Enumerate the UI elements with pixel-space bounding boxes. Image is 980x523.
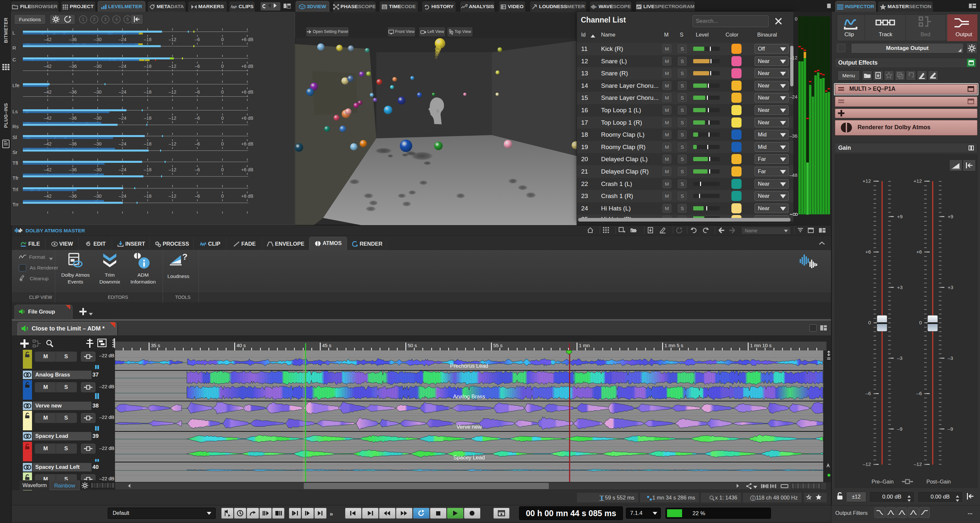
svg-text:Analog Brass: Analog Brass: [453, 393, 485, 399]
svg-text:–6: –6: [195, 116, 200, 121]
svg-text:1 mn 5 s: 1 mn 5 s: [665, 342, 683, 348]
svg-text:1 mn: 1 mn: [579, 342, 590, 348]
svg-text:C: C: [13, 57, 16, 62]
svg-text:0: 0: [868, 320, 871, 325]
svg-text:–12: –12: [914, 461, 922, 467]
svg-text:+9: +9: [948, 214, 953, 219]
svg-text:–24: –24: [119, 116, 126, 121]
svg-text:1 mn 10 s: 1 mn 10 s: [750, 342, 772, 348]
svg-text:+6 dB: +6 dB: [242, 89, 253, 95]
svg-text:–36: –36: [69, 63, 77, 69]
svg-text:–6: –6: [195, 193, 200, 199]
svg-text:+3: +3: [897, 285, 902, 290]
svg-text:–36: –36: [69, 167, 77, 172]
svg-text:–30: –30: [94, 141, 102, 146]
svg-text:Sl: Sl: [13, 135, 17, 140]
svg-text:Trl: Trl: [13, 187, 18, 192]
svg-text:Sr: Sr: [13, 149, 18, 155]
svg-text:0: 0: [919, 320, 922, 325]
svg-text:–6: –6: [195, 89, 200, 95]
svg-text:+6: +6: [916, 249, 922, 255]
svg-text:–6: –6: [195, 141, 200, 146]
svg-text:–18: –18: [144, 116, 151, 121]
svg-text:+3: +3: [948, 285, 953, 290]
svg-text:–6: –6: [195, 63, 200, 69]
svg-text:+6 dB: +6 dB: [242, 37, 253, 42]
svg-text:–42: –42: [44, 193, 52, 199]
svg-text:–24: –24: [119, 63, 126, 69]
svg-text:–30: –30: [94, 167, 102, 172]
svg-text:0: 0: [221, 193, 224, 199]
svg-text:–12: –12: [169, 116, 177, 121]
svg-text:0: 0: [221, 89, 224, 95]
svg-text:–3: –3: [897, 355, 902, 361]
svg-text:+6 dB: +6 dB: [242, 63, 253, 69]
svg-text:–9: –9: [897, 426, 902, 432]
svg-text:0: 0: [221, 116, 224, 121]
svg-text:–42: –42: [44, 63, 52, 69]
svg-text:–42: –42: [44, 167, 52, 172]
svg-text:–18: –18: [144, 141, 151, 146]
svg-text:Rs: Rs: [13, 124, 19, 129]
svg-text:–12: –12: [169, 37, 177, 42]
svg-text:–24: –24: [119, 141, 126, 146]
svg-text:0: 0: [221, 37, 224, 42]
svg-text:–30: –30: [94, 89, 102, 95]
svg-text:–24: –24: [789, 94, 797, 100]
svg-text:–30: –30: [94, 37, 102, 42]
svg-text:Tfr: Tfr: [13, 175, 19, 181]
svg-text:–12: –12: [169, 89, 177, 95]
svg-text:+12: +12: [863, 178, 871, 184]
svg-text:–24: –24: [119, 167, 126, 172]
svg-text:–36: –36: [69, 89, 77, 95]
svg-text:Trr: Trr: [13, 201, 19, 207]
svg-text:–12: –12: [169, 63, 177, 69]
svg-text:Tfl: Tfl: [13, 160, 18, 166]
svg-text:–12: –12: [789, 55, 797, 60]
svg-text:–36: –36: [69, 116, 77, 121]
svg-text:+12: +12: [914, 178, 922, 184]
svg-text:–36: –36: [69, 193, 77, 199]
svg-text:50 s: 50 s: [408, 342, 417, 348]
svg-text:–18: –18: [144, 89, 151, 95]
svg-text:–42: –42: [44, 116, 52, 121]
svg-text:–12: –12: [169, 141, 177, 146]
svg-text:–30: –30: [94, 116, 102, 121]
svg-text:–42: –42: [44, 37, 52, 42]
svg-text:–18: –18: [144, 193, 151, 199]
svg-text:–42: –42: [44, 141, 52, 146]
svg-text:–30: –30: [94, 63, 102, 69]
svg-text:–30: –30: [94, 193, 102, 199]
svg-text:L: L: [13, 30, 15, 36]
svg-text:0: 0: [221, 141, 224, 146]
svg-text:?: ?: [182, 253, 188, 262]
svg-text:–48: –48: [789, 173, 797, 178]
svg-text:+6: +6: [865, 249, 871, 255]
svg-text:0: 0: [221, 167, 224, 172]
svg-text:–18: –18: [144, 63, 151, 69]
svg-text:–3: –3: [948, 355, 953, 361]
svg-text:–36: –36: [69, 37, 77, 42]
svg-text:–12: –12: [169, 167, 177, 172]
svg-text:–6: –6: [195, 167, 200, 172]
svg-text:–6: –6: [865, 390, 871, 396]
svg-text:+6 dB: +6 dB: [242, 116, 253, 121]
svg-text:0: 0: [795, 16, 797, 22]
svg-text:+6 dB: +6 dB: [242, 193, 253, 199]
svg-text:Lfe: Lfe: [13, 82, 20, 88]
svg-text:45 s: 45 s: [322, 342, 331, 348]
svg-text:35 s: 35 s: [151, 342, 160, 348]
svg-text:Prechorus Lead: Prechorus Lead: [450, 363, 488, 369]
svg-text:–12: –12: [863, 461, 871, 467]
svg-text:Spacey Lead: Spacey Lead: [453, 455, 485, 460]
svg-text:–24: –24: [119, 37, 126, 42]
svg-text:R: R: [13, 45, 16, 51]
svg-text:–36: –36: [69, 141, 77, 146]
svg-text:+6 dB: +6 dB: [242, 141, 253, 146]
svg-text:0: 0: [221, 63, 224, 69]
svg-text:55 s: 55 s: [493, 342, 503, 348]
svg-text:Verve new: Verve new: [457, 424, 482, 430]
svg-text:–18: –18: [144, 167, 151, 172]
svg-text:+9: +9: [897, 214, 902, 219]
svg-text:–24: –24: [119, 89, 126, 95]
